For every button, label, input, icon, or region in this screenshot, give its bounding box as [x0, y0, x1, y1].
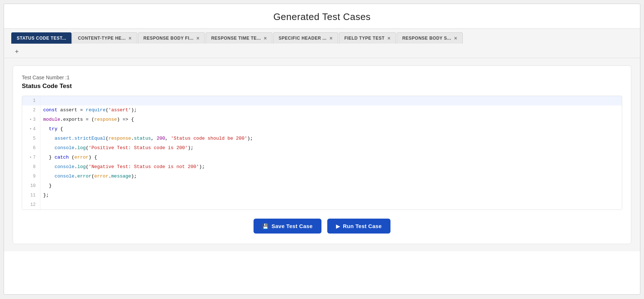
code-content: assert.strictEqual(response.status, 200,… [40, 134, 622, 143]
save-icon: 💾 [262, 223, 268, 229]
code-content: } [40, 181, 622, 191]
add-tab-row: + [11, 44, 633, 58]
code-content: console.log('Negative Test: Status code … [40, 162, 622, 172]
line-number: 2 [22, 105, 40, 115]
code-content: module.exports = (response) => { [40, 115, 622, 124]
tab-close-button[interactable]: × [197, 36, 200, 41]
code-line: 12 [22, 200, 622, 210]
tab-close-button[interactable]: × [264, 36, 267, 41]
fold-arrow-icon[interactable]: ▾ [29, 125, 31, 133]
tab-label: RESPONSE BODY FI... [143, 36, 194, 41]
run-icon: ▶ [336, 223, 340, 229]
line-number: 11 [22, 191, 40, 200]
tab-tab-response-body-s[interactable]: RESPONSE BODY S...× [397, 32, 463, 44]
main-container: Generated Test Cases STATUS CODE TEST...… [4, 4, 640, 295]
save-test-case-button[interactable]: 💾 Save Test Case [254, 219, 321, 234]
run-button-label: Run Test Case [343, 223, 382, 229]
code-content: console.log('Positive Test: Status code … [40, 143, 622, 153]
test-case-title: Status Code Test [22, 83, 622, 90]
code-line: 8 console.log('Negative Test: Status cod… [22, 162, 622, 172]
tab-label: RESPONSE TIME TE... [211, 36, 261, 41]
tab-tab-status[interactable]: STATUS CODE TEST... [11, 32, 72, 44]
tab-tab-response-time[interactable]: RESPONSE TIME TE...× [206, 32, 272, 44]
tab-label: SPECIFIC HEADER ... [279, 36, 327, 41]
tab-tab-content[interactable]: CONTENT-TYPE HE...× [72, 32, 137, 44]
tab-tab-field-type[interactable]: FIELD TYPE TEST× [339, 32, 396, 44]
fold-arrow-icon[interactable]: ▾ [29, 116, 31, 124]
tab-tab-response-body-fi[interactable]: RESPONSE BODY FI...× [138, 32, 205, 44]
code-line: 11}; [22, 191, 622, 200]
line-number: 1 [22, 96, 40, 105]
tab-label: STATUS CODE TEST... [17, 36, 66, 41]
main-content: Test Case Number :1 Status Code Test 12c… [4, 58, 640, 251]
code-line: 5 assert.strictEqual(response.status, 20… [22, 134, 622, 143]
line-number: ▾4 [22, 124, 40, 134]
tab-label: RESPONSE BODY S... [402, 36, 451, 41]
tab-label: FIELD TYPE TEST [344, 36, 385, 41]
code-editor[interactable]: 12const assert = require('assert');▾3mod… [22, 96, 622, 210]
code-content: }; [40, 191, 622, 200]
test-case-number: Test Case Number :1 [22, 75, 622, 80]
code-content: const assert = require('assert'); [40, 105, 622, 115]
tab-label: CONTENT-TYPE HE... [78, 36, 126, 41]
run-test-case-button[interactable]: ▶ Run Test Case [327, 219, 390, 234]
code-line: 2const assert = require('assert'); [22, 105, 622, 115]
line-number: 5 [22, 134, 40, 143]
code-line: 1 [22, 96, 622, 105]
line-number: 8 [22, 162, 40, 172]
code-line: ▾4 try { [22, 124, 622, 134]
tab-close-button[interactable]: × [454, 36, 457, 41]
code-line: 10 } [22, 181, 622, 191]
save-button-label: Save Test Case [271, 223, 312, 229]
tabs-row: STATUS CODE TEST...CONTENT-TYPE HE...×RE… [11, 32, 633, 44]
code-content: try { [40, 124, 622, 134]
line-number: 6 [22, 143, 40, 153]
code-content: console.error(error.message); [40, 172, 622, 181]
code-line: ▾3module.exports = (response) => { [22, 115, 622, 124]
page-title: Generated Test Cases [4, 4, 640, 28]
code-content [40, 200, 622, 202]
line-number: ▾3 [22, 115, 40, 124]
line-number: 9 [22, 172, 40, 181]
tab-close-button[interactable]: × [129, 36, 132, 41]
code-content: } catch (error) { [40, 153, 622, 162]
code-line: ▾7 } catch (error) { [22, 153, 622, 162]
buttons-row: 💾 Save Test Case ▶ Run Test Case [22, 219, 622, 234]
tab-close-button[interactable]: × [329, 36, 333, 41]
add-tab-button[interactable]: + [11, 46, 23, 58]
line-number: 12 [22, 200, 40, 210]
line-number: 10 [22, 181, 40, 191]
test-card: Test Case Number :1 Status Code Test 12c… [13, 65, 631, 244]
tab-tab-specific-header[interactable]: SPECIFIC HEADER ...× [273, 32, 338, 44]
code-line: 6 console.log('Positive Test: Status cod… [22, 143, 622, 153]
fold-arrow-icon[interactable]: ▾ [29, 154, 31, 162]
tab-close-button[interactable]: × [388, 36, 391, 41]
code-content [40, 96, 622, 97]
line-number: ▾7 [22, 153, 40, 162]
tabs-section: STATUS CODE TEST...CONTENT-TYPE HE...×RE… [4, 28, 640, 58]
code-line: 9 console.error(error.message); [22, 172, 622, 181]
